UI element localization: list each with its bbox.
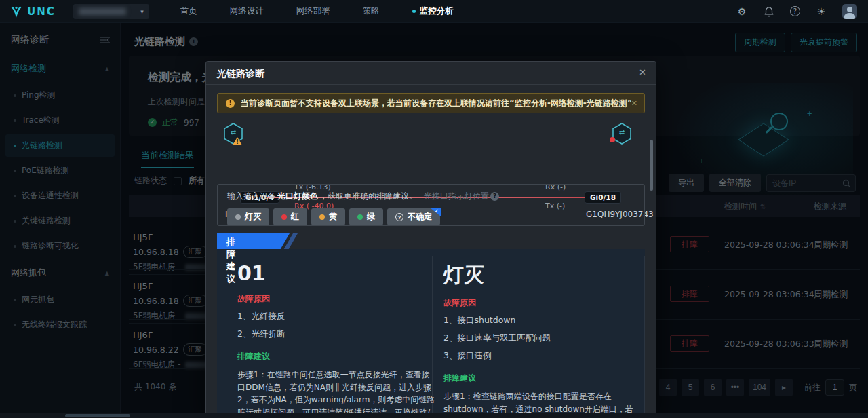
gear-icon[interactable]: ⚙ xyxy=(736,6,748,17)
option-label: 绿 xyxy=(367,211,375,223)
cause-label: 故障原因 xyxy=(237,293,435,305)
advice-label: 排障建议 xyxy=(237,351,435,362)
hint-bold: 光口灯颜色 xyxy=(277,191,318,202)
yellow-dot-icon xyxy=(319,214,325,220)
modal-scrollbar-thumb[interactable] xyxy=(650,140,653,191)
question-circle-icon: ? xyxy=(395,213,403,221)
option-label: 不确定 xyxy=(408,211,432,223)
redacted-site-name xyxy=(79,8,126,15)
switch-glyph-icon: ⇄ xyxy=(223,128,243,136)
banner-close-icon[interactable]: ✕ xyxy=(631,99,637,108)
horizontal-scrollbar[interactable] xyxy=(0,413,868,418)
cause-item: 3、接口违例 xyxy=(443,350,642,362)
user-avatar[interactable] xyxy=(842,4,857,19)
cause-item: 2、光纤折断 xyxy=(237,328,435,340)
unc-logo-icon xyxy=(9,5,23,18)
advice-step: 步骤1：在链路中间任意选取一节点反接光纤，查看接口DDM信息，若仍为NA则非光纤… xyxy=(237,368,435,418)
modal-title: 光链路诊断 xyxy=(217,68,264,80)
menu-home[interactable]: 首页 xyxy=(180,5,197,17)
light-color-selector: 输入接入设备 光口灯颜色 ，获取更准确的排障建议。 光接口指示灯位置 ? 灯灭 … xyxy=(217,184,645,226)
cause-item: 1、接口shutdown xyxy=(443,315,642,326)
right-device[interactable]: ⇄ xyxy=(612,123,632,145)
warning-icon: ! xyxy=(226,99,235,108)
option-label: 黄 xyxy=(329,211,337,223)
option-yellow[interactable]: 黄 xyxy=(311,208,345,225)
advice-heading: 灯灭 xyxy=(443,261,642,289)
cause-item: 2、接口速率与双工匹配问题 xyxy=(443,332,642,344)
main-menu: 首页 网络设计 网络部署 策略 监控分析 xyxy=(180,5,454,17)
scrollbar-thumb[interactable] xyxy=(65,414,130,417)
warning-banner: ! 当前诊断页面暂不支持设备双上联场景，若当前设备存在双上联情况请前往“监控分析… xyxy=(217,93,645,113)
cause-item: 1、光纤接反 xyxy=(237,311,435,322)
option-label: 灯灭 xyxy=(245,211,261,223)
optical-link-diagnosis-modal: 光链路诊断 ✕ ! 当前诊断页面暂不支持设备双上联场景，若当前设备存在双上联情况… xyxy=(205,61,656,418)
unc-logo: UNC xyxy=(9,5,56,18)
troubleshooting-advice-panel: 01 故障原因 1、光纤接反 2、光纤折断 排障建议 步骤1：在链路中间任意选取… xyxy=(217,249,645,418)
menu-network-deploy[interactable]: 网络部署 xyxy=(296,5,330,17)
menu-network-design[interactable]: 网络设计 xyxy=(230,5,264,17)
hint-light-position: 光接口指示灯位置 xyxy=(424,191,489,202)
chevron-down-icon: ▾ xyxy=(140,8,144,15)
navbar-right-icons: ⚙ ? ☀ xyxy=(736,4,857,19)
menu-policy[interactable]: 策略 xyxy=(363,5,380,17)
switch-glyph-icon: ⇄ xyxy=(612,128,632,136)
site-selector-dropdown[interactable]: ▾ xyxy=(73,4,149,19)
advice-column-01: 01 故障原因 1、光纤接反 2、光纤折断 排障建议 步骤1：在链路中间任意选取… xyxy=(237,261,435,418)
option-light-off[interactable]: 灯灭 xyxy=(227,208,269,225)
left-device[interactable]: ⇄ ! xyxy=(223,123,243,145)
active-menu-dot xyxy=(412,10,416,13)
theme-brightness-icon[interactable]: ☀ xyxy=(815,6,827,17)
option-unsure[interactable]: ?不确定 xyxy=(387,208,440,225)
link-diagram: ⇄ ! Gi1/0/4 Tx (-6.13) Rx ( -40.0) Rx (-… xyxy=(206,113,657,181)
info-icon[interactable]: ? xyxy=(490,192,499,201)
hint-prefix: 输入接入设备 xyxy=(227,191,276,202)
advice-column-light-off: 灯灭 故障原因 1、接口shutdown 2、接口速率与双工匹配问题 3、接口违… xyxy=(443,261,642,418)
gray-dot-icon xyxy=(235,214,241,220)
red-dot-icon xyxy=(281,214,287,220)
option-label: 红 xyxy=(291,211,299,223)
bell-icon[interactable] xyxy=(763,6,775,17)
column-divider xyxy=(644,256,645,418)
fault-dot-icon xyxy=(610,137,615,142)
cause-label: 故障原因 xyxy=(443,297,642,309)
screen: UNC ▾ 首页 网络设计 网络部署 策略 监控分析 ⚙ ? ☀ xyxy=(0,0,868,418)
close-icon[interactable]: ✕ xyxy=(639,67,646,77)
top-navbar: UNC ▾ 首页 网络设计 网络部署 策略 监控分析 ⚙ ? ☀ xyxy=(0,0,868,23)
help-icon[interactable]: ? xyxy=(790,6,800,16)
hint-suffix: ，获取更准确的排障建议。 xyxy=(319,191,417,202)
option-red[interactable]: 红 xyxy=(273,208,307,225)
ribbon-label: 排障建议 xyxy=(226,236,235,285)
advice-label: 排障建议 xyxy=(443,373,642,384)
advice-heading: 01 xyxy=(237,261,435,285)
warning-text: 当前诊断页面暂不支持设备双上联场景，若当前设备存在双上联情况请前往“监控分析-网… xyxy=(241,98,631,109)
unc-logo-text: UNC xyxy=(27,5,56,18)
menu-monitor-analysis-label: 监控分析 xyxy=(420,5,454,17)
menu-monitor-analysis[interactable]: 监控分析 xyxy=(412,5,454,17)
option-green[interactable]: 绿 xyxy=(349,208,383,225)
green-dot-icon xyxy=(357,214,363,220)
